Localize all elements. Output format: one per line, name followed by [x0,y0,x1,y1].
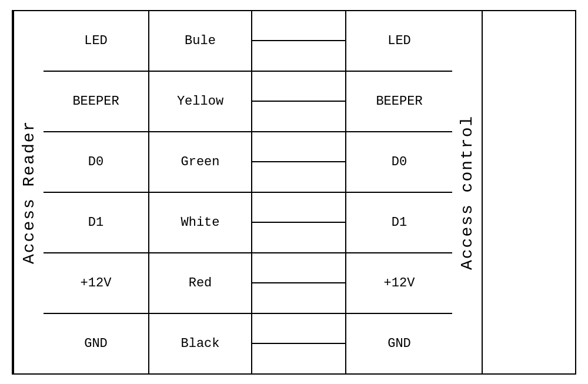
wiring-diagram: Access Reader LEDBEEPERD0D1+12VGND BuleY… [12,10,576,375]
color-cell: Red [149,253,251,313]
right-signal-cell: BEEPER [346,72,452,131]
wire-row [252,193,345,253]
table-row: D1 [346,193,452,253]
table-row: D0 [44,132,148,193]
table-row: LED [44,11,148,72]
right-signal-cell: LED [346,11,452,71]
table-row: White [149,193,251,253]
right-signal-cell: +12V [346,253,452,313]
table-row: D1 [44,193,148,253]
table-row: LED [346,11,452,72]
wire-line [252,222,345,223]
left-signal-cell: +12V [44,253,148,313]
left-signal-table: LEDBEEPERD0D1+12VGND [44,11,149,373]
wire-row [252,11,345,72]
color-cell: Yellow [149,72,251,131]
table-row: GND [346,314,452,373]
table-row: Red [149,253,251,314]
color-cell: Green [149,132,251,192]
wire-line [252,282,345,283]
wire-row [252,314,345,373]
right-label: Access control [452,11,483,373]
right-signal-cell: D0 [346,132,452,192]
right-signal-cell: D1 [346,193,452,252]
left-signal-cell: GND [44,314,148,373]
color-cell: Bule [149,11,251,71]
color-cell: White [149,193,251,252]
wire-line [252,40,345,41]
right-signal-cell: GND [346,314,452,373]
table-row: Black [149,314,251,373]
wire-line [252,101,345,102]
table-row: GND [44,314,148,373]
wire-line [252,161,345,162]
left-signal-cell: D1 [44,193,148,252]
table-row: Yellow [149,72,251,132]
table-row: +12V [346,253,452,314]
left-label: Access Reader [13,11,44,373]
right-signal-table: LEDBEEPERD0D1+12VGND [346,11,452,373]
left-signal-cell: LED [44,11,148,71]
color-table: BuleYellowGreenWhiteRedBlack [149,11,252,373]
table-row: BEEPER [44,72,148,132]
wire-connections [252,11,346,373]
table-row: D0 [346,132,452,193]
wire-line [252,343,345,344]
wire-row [252,132,345,193]
table-row: +12V [44,253,148,314]
wire-row [252,72,345,132]
left-signal-cell: BEEPER [44,72,148,131]
table-row: Green [149,132,251,193]
left-signal-cell: D0 [44,132,148,192]
color-cell: Black [149,314,251,373]
table-row: Bule [149,11,251,72]
table-row: BEEPER [346,72,452,132]
wire-row [252,253,345,314]
